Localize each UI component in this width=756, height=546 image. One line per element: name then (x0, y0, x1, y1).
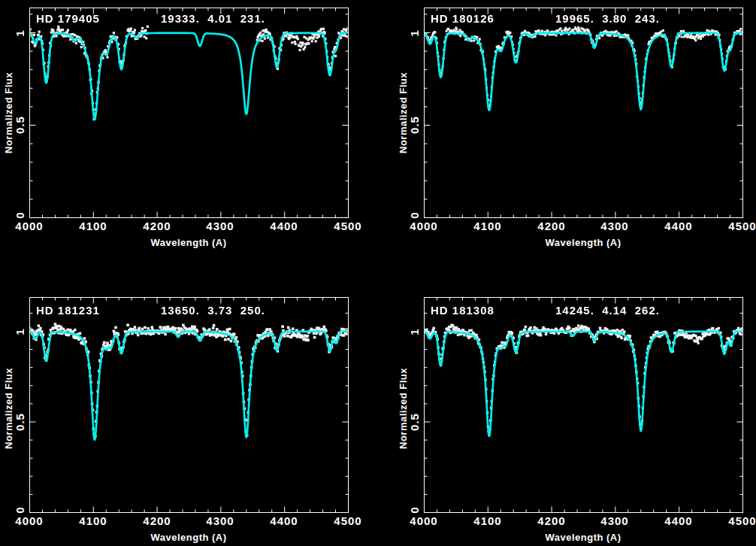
spectrum-plot-canvas (29, 7, 349, 219)
x-tick-label: 4500 (334, 514, 361, 527)
spectrum-plot-canvas (29, 296, 349, 514)
y-axis-label: Normalized Flux (3, 368, 14, 449)
x-tick-label: 4300 (206, 220, 234, 232)
x-axis-label: Wavelength (A) (545, 237, 621, 248)
panel-fit-params: 14245. 4.14 262. (555, 304, 660, 317)
y-tick-label: 0.5 (14, 413, 26, 431)
x-axis-label: Wavelength (A) (150, 237, 226, 248)
x-tick-label: 4000 (410, 220, 437, 232)
x-tick-label: 4300 (206, 514, 234, 527)
x-tick-label: 4200 (143, 514, 171, 527)
x-tick-label: 4100 (473, 220, 501, 232)
spectra-grid-figure: HD 179405 19333. 4.01 231. 4000 4100 420… (0, 0, 756, 546)
y-tick-label: 1 (408, 328, 421, 335)
spectrum-panel-hd180126: HD 180126 19965. 3.80 243. 4000 4100 420… (395, 0, 756, 256)
spectrum-panel-hd179405: HD 179405 19333. 4.01 231. 4000 4100 420… (0, 0, 378, 256)
x-tick-label: 4400 (270, 514, 298, 527)
x-axis-label: Wavelength (A) (545, 532, 621, 543)
y-tick-label: 1 (14, 328, 26, 335)
x-tick-label: 4200 (537, 514, 565, 527)
x-tick-label: 4400 (664, 514, 692, 527)
y-tick-label: 0 (408, 211, 421, 218)
panel-fit-params: 19333. 4.01 231. (161, 12, 265, 25)
y-axis-label: Normalized Flux (398, 72, 409, 153)
x-tick-label: 4200 (537, 220, 565, 232)
x-tick-label: 4500 (728, 514, 756, 527)
y-tick-label: 0.5 (408, 413, 421, 431)
x-tick-label: 4400 (664, 220, 692, 232)
y-axis-label: Normalized Flux (398, 368, 409, 449)
x-tick-label: 4500 (728, 220, 756, 232)
panel-star-name: HD 180126 (431, 12, 494, 25)
panel-fit-params: 13650. 3.73 250. (161, 304, 265, 317)
spectrum-panel-hd181231: HD 181231 13650. 3.73 250. 4000 4100 420… (0, 290, 378, 546)
x-tick-label: 4000 (15, 514, 43, 527)
spectrum-plot-canvas (423, 296, 744, 514)
x-tick-label: 4100 (79, 514, 107, 527)
x-tick-label: 4100 (79, 220, 107, 232)
x-tick-label: 4300 (600, 220, 628, 232)
panel-star-name: HD 181308 (431, 304, 494, 317)
x-axis-label: Wavelength (A) (150, 532, 226, 543)
x-tick-label: 4000 (410, 514, 437, 527)
y-tick-label: 0 (408, 506, 421, 513)
x-tick-label: 4200 (143, 220, 171, 232)
y-tick-label: 0.5 (408, 116, 421, 134)
y-tick-label: 0.5 (14, 116, 26, 134)
panel-star-name: HD 179405 (36, 12, 100, 25)
x-tick-label: 4500 (334, 220, 361, 232)
spectrum-panel-hd181308: HD 181308 14245. 4.14 262. 4000 4100 420… (395, 290, 756, 546)
panel-fit-params: 19965. 3.80 243. (555, 12, 660, 25)
y-tick-label: 1 (14, 29, 26, 36)
y-tick-label: 1 (408, 29, 421, 36)
x-tick-label: 4000 (15, 220, 43, 232)
x-tick-label: 4300 (600, 514, 628, 527)
x-tick-label: 4100 (473, 514, 501, 527)
spectrum-plot-canvas (423, 7, 744, 219)
y-axis-label: Normalized Flux (3, 72, 14, 153)
y-tick-label: 0 (14, 506, 26, 513)
panel-star-name: HD 181231 (36, 304, 100, 317)
y-tick-label: 0 (14, 211, 26, 218)
x-tick-label: 4400 (270, 220, 298, 232)
